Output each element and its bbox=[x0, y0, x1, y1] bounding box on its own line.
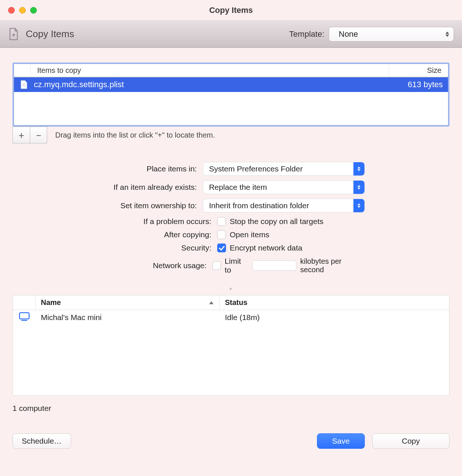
targets-row[interactable]: Michal's Mac mini Idle (18m) bbox=[13, 310, 449, 325]
add-item-button[interactable]: ＋ bbox=[13, 127, 30, 143]
exists-value: Replace the item bbox=[209, 183, 267, 192]
targets-header-name[interactable]: Name bbox=[36, 295, 220, 310]
problem-check-label: Stop the copy on all targets bbox=[230, 217, 324, 226]
select-arrows-icon bbox=[353, 181, 364, 194]
place-label: Place items in: bbox=[13, 164, 197, 173]
divider-dot-icon: ● bbox=[13, 285, 449, 291]
items-table: Items to copy Size cz.myq.mdc.settings.p… bbox=[13, 63, 449, 127]
zoom-window-icon[interactable] bbox=[30, 7, 37, 14]
file-icon bbox=[19, 80, 29, 89]
remove-item-button[interactable]: － bbox=[30, 127, 47, 143]
security-checkbox[interactable] bbox=[217, 244, 226, 252]
copy-items-icon bbox=[8, 28, 19, 41]
select-arrows-icon bbox=[353, 199, 364, 212]
place-select[interactable]: System Preferences Folder bbox=[203, 162, 365, 176]
template-label: Template: bbox=[289, 29, 324, 39]
ownership-select[interactable]: Inherit from destination folder bbox=[203, 199, 365, 213]
targets-header-status[interactable]: Status bbox=[220, 295, 449, 310]
toolbar-title: Copy Items bbox=[26, 28, 74, 40]
sort-asc-icon bbox=[209, 301, 214, 304]
titlebar: Copy Items bbox=[0, 0, 462, 21]
minimize-window-icon[interactable] bbox=[19, 7, 26, 14]
items-table-header: Items to copy Size bbox=[14, 64, 448, 77]
toolbar: Copy Items Template: None bbox=[0, 21, 462, 48]
after-checkbox[interactable] bbox=[217, 230, 226, 239]
problem-label: If a problem occurs: bbox=[13, 217, 211, 226]
targets-header-icon bbox=[13, 295, 36, 310]
window-title: Copy Items bbox=[0, 6, 462, 15]
network-label: Network usage: bbox=[13, 261, 207, 270]
exists-label: If an item already exists: bbox=[13, 183, 197, 192]
targets-row-name: Michal's Mac mini bbox=[36, 313, 220, 322]
targets-footer: 1 computer bbox=[13, 404, 449, 413]
template-value: None bbox=[339, 29, 358, 39]
svg-rect-3 bbox=[20, 313, 29, 319]
place-value: System Preferences Folder bbox=[209, 164, 303, 173]
ownership-value: Inherit from destination folder bbox=[209, 201, 309, 210]
targets-row-status: Idle (18m) bbox=[220, 313, 449, 322]
save-button[interactable]: Save bbox=[317, 433, 365, 449]
template-select[interactable]: None bbox=[329, 27, 454, 42]
problem-checkbox[interactable] bbox=[217, 217, 226, 226]
window-controls bbox=[8, 7, 37, 14]
select-arrows-icon bbox=[353, 162, 364, 175]
items-hint: Drag items into the list or click "+" to… bbox=[55, 131, 215, 139]
targets-header-name-label: Name bbox=[41, 298, 61, 307]
targets-header-status-label: Status bbox=[225, 298, 247, 307]
copy-button[interactable]: Copy bbox=[372, 433, 449, 449]
network-checkbox[interactable] bbox=[212, 261, 221, 270]
exists-select[interactable]: Replace the item bbox=[203, 180, 365, 194]
after-check-label: Open items bbox=[230, 230, 269, 239]
close-window-icon[interactable] bbox=[8, 7, 15, 14]
security-check-label: Encrypt network data bbox=[230, 244, 302, 252]
items-row-name: cz.myq.mdc.settings.plist bbox=[34, 80, 384, 89]
updown-icon bbox=[445, 32, 449, 37]
security-label: Security: bbox=[13, 244, 211, 252]
network-limit-input[interactable] bbox=[252, 260, 296, 271]
after-label: After copying: bbox=[13, 230, 211, 239]
network-check-label: Limit to bbox=[225, 257, 248, 274]
schedule-button[interactable]: Schedule… bbox=[13, 433, 71, 449]
computer-icon bbox=[19, 312, 30, 323]
items-row[interactable]: cz.myq.mdc.settings.plist 613 bytes bbox=[14, 77, 448, 92]
ownership-label: Set item ownership to: bbox=[13, 201, 197, 210]
targets-table: Name Status Michal's Mac mini Idl bbox=[13, 295, 449, 396]
network-unit: kilobytes per second bbox=[300, 257, 365, 274]
items-header-name[interactable]: Items to copy bbox=[30, 64, 389, 77]
items-header-size[interactable]: Size bbox=[389, 64, 448, 77]
items-row-size: 613 bytes bbox=[384, 80, 443, 89]
